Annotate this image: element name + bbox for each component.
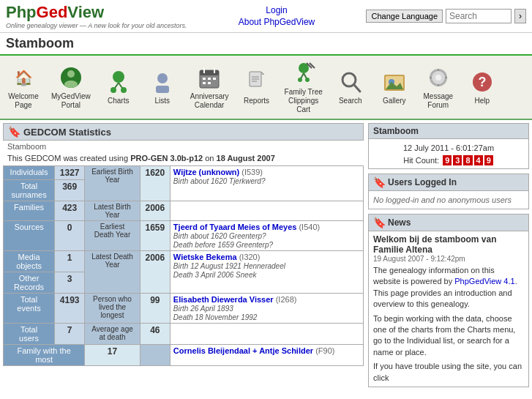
phpgedview-link[interactable]: PhpGedView 4.1 <box>454 277 514 286</box>
nav-clippings-label: Family TreeClippingsCart <box>285 88 323 114</box>
nav-reports-label: Reports <box>244 97 269 105</box>
gallery-icon <box>381 69 408 95</box>
nav-anniversary-label: AnniversaryCalendar <box>190 92 229 110</box>
svg-point-3 <box>113 71 124 83</box>
svg-rect-17 <box>203 82 206 84</box>
svg-rect-18 <box>208 82 211 84</box>
label-longest: Person wholived thelongest <box>85 294 141 324</box>
svg-text:?: ? <box>478 75 486 89</box>
value-most-children: 17 <box>85 345 141 366</box>
label-sources: Sources <box>4 221 55 251</box>
label-other: OtherRecords <box>4 272 55 294</box>
nav-mygedview-label: MyGedViewPortal <box>51 92 91 110</box>
value-avg-age: 46 <box>140 324 170 345</box>
svg-rect-15 <box>208 78 211 80</box>
nav-message[interactable]: MessageForum <box>416 63 460 111</box>
detail-earliest-birth: Wijtze (unknown) (I539) Birth about 1620… <box>170 166 363 201</box>
anniversary-icon <box>196 64 222 91</box>
nav-clippings[interactable]: Family TreeClippingsCart <box>279 59 329 116</box>
nav-gallery[interactable]: Gallery <box>372 67 416 107</box>
svg-point-1 <box>67 70 75 78</box>
logo: PhpGedView <box>6 3 187 22</box>
news-para-3: If you have trouble using the site, you … <box>373 361 524 384</box>
nav-help[interactable]: ? Help <box>460 67 504 107</box>
nav-reports[interactable]: Reports <box>235 67 279 107</box>
login-link[interactable]: Login <box>266 5 287 15</box>
charts-icon <box>105 69 132 95</box>
value-sources: 0 <box>55 221 85 251</box>
label-individuals: Individuals <box>4 166 55 180</box>
nav-mygedview[interactable]: MyGedViewPortal <box>45 63 97 111</box>
detail-most-children: Cornelis Bleijendaal + Antje Schilder (F… <box>170 345 363 366</box>
nav-lists-label: Lists <box>154 97 170 105</box>
hit-count-label: Hit Count: <box>403 156 439 165</box>
value-latest-birth-year: 2006 <box>140 201 170 221</box>
label-most-children2 <box>140 345 170 366</box>
svg-rect-14 <box>203 78 206 80</box>
detail-avg-age <box>170 324 363 345</box>
logged-in-msg: No logged-in and no anonymous users <box>373 194 524 206</box>
stamboom-title: Stamboom <box>369 124 528 139</box>
svg-rect-11 <box>200 70 219 75</box>
lists-icon <box>149 69 176 95</box>
svg-point-7 <box>121 87 127 93</box>
search-input[interactable] <box>446 9 512 23</box>
welcome-icon: 🏠 <box>10 64 37 91</box>
value-users: 7 <box>55 324 85 345</box>
nav-charts-label: Charts <box>108 97 129 105</box>
label-earliest-death: EarliestDeath Year <box>85 221 141 251</box>
news-date: 19 August 2007 - 9:12:42pm <box>373 255 524 263</box>
digit-3: 8 <box>463 155 472 165</box>
stats-note: This GEDCOM was created using PRO-GEN 3.… <box>3 152 364 165</box>
value-individuals: 1327 <box>55 166 85 180</box>
svg-rect-9 <box>156 86 169 93</box>
label-events: Totalevents <box>4 294 55 324</box>
reports-icon <box>244 69 270 95</box>
left-panel: 🔖 GEDCOM Statistics Stamboom This GEDCOM… <box>3 123 364 392</box>
label-users: Totalusers <box>4 324 55 345</box>
detail-latest-birth <box>170 201 363 221</box>
svg-point-8 <box>157 73 168 83</box>
value-earliest-birth-year: 1620 <box>140 166 170 201</box>
detail-earliest-death: Tjeerd of Tyaard Meies of Meyes (I540) B… <box>170 221 363 251</box>
stats-subtitle: Stamboom <box>3 141 364 152</box>
header-nav: Login About PhpGedView <box>239 5 315 27</box>
news-para-2: To begin working with the data, choose o… <box>373 313 524 359</box>
news-title-bar: 🔖 News <box>369 215 528 231</box>
nav-gallery-label: Gallery <box>383 97 406 105</box>
logo-subtitle: Online genealogy viewer — A new look for… <box>6 22 187 29</box>
search-button[interactable]: › <box>514 9 526 23</box>
stamboom-box: Stamboom 12 July 2011 - 6:01:27am Hit Co… <box>368 123 529 169</box>
svg-line-34 <box>354 85 360 92</box>
users-box: 🔖 Users Logged In No logged-in and no an… <box>368 174 529 209</box>
label-avg-age: Average ageat death <box>85 324 141 345</box>
main-content: 🔖 GEDCOM Statistics Stamboom This GEDCOM… <box>0 120 532 395</box>
nav-welcome[interactable]: 🏠 WelcomePage <box>1 63 45 111</box>
nav-charts[interactable]: Charts <box>97 67 141 107</box>
detail-longest: Elisabeth Diewerda Visser (I268) Birth 2… <box>170 294 363 324</box>
news-para-1: The genealogy information on this websit… <box>373 265 524 310</box>
svg-point-2 <box>64 81 78 88</box>
stats-title: 🔖 GEDCOM Statistics <box>3 123 364 141</box>
digit-5: 9 <box>484 155 493 165</box>
label-latest-death: Latest DeathYear <box>85 251 141 294</box>
about-link[interactable]: About PhpGedView <box>239 17 315 27</box>
logo-area: PhpGedView Online genealogy viewer — A n… <box>6 3 187 29</box>
nav-anniversary[interactable]: AnniversaryCalendar <box>184 63 235 111</box>
nav-help-label: Help <box>474 97 490 105</box>
change-language-button[interactable]: Change Language <box>366 10 443 23</box>
digit-4: 4 <box>474 155 483 165</box>
nav-search[interactable]: Search <box>329 67 372 107</box>
value-families: 423 <box>55 201 85 221</box>
svg-rect-16 <box>213 78 216 80</box>
label-media: Mediaobjects <box>4 251 55 272</box>
logo-php: Php <box>6 3 37 21</box>
label-latest-birth: Latest BirthYear <box>85 201 141 221</box>
page-title: Stamboom <box>0 33 532 56</box>
right-panel: Stamboom 12 July 2011 - 6:01:27am Hit Co… <box>368 123 529 392</box>
nav-lists[interactable]: Lists <box>141 67 184 107</box>
value-longest: 99 <box>140 294 170 324</box>
value-media: 1 <box>55 251 85 272</box>
svg-point-30 <box>305 78 310 82</box>
news-box: 🔖 News Welkom bij de stamboom van Famili… <box>368 214 529 387</box>
